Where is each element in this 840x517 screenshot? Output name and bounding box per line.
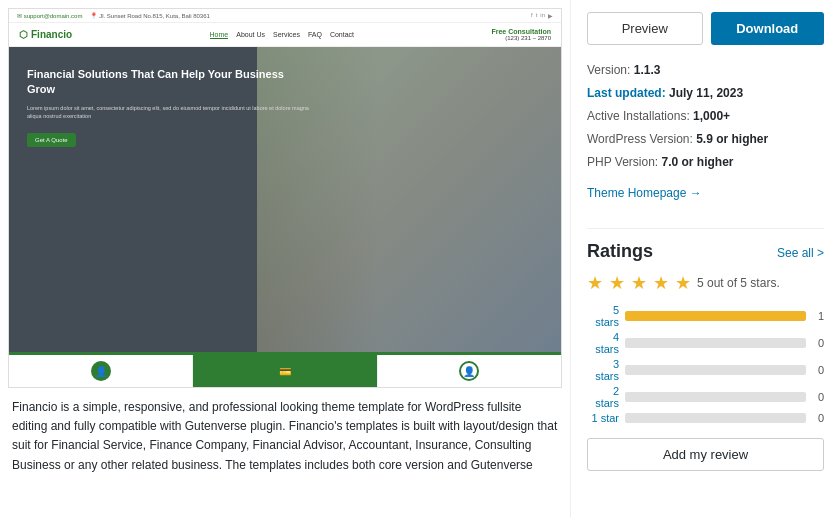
rating-bars: 5 stars14 stars03 stars02 stars01 star0 <box>587 304 824 424</box>
download-button[interactable]: Download <box>711 12 825 45</box>
theme-description: Financio is a simple, responsive, and pr… <box>8 388 562 481</box>
fake-hero-content: Financial Solutions That Can Help Your B… <box>27 67 311 147</box>
fake-address: 📍 Jl. Sunset Road No.815, Kuta, Bali 803… <box>90 12 209 19</box>
rating-bar-count-4: 0 <box>812 412 824 424</box>
star-count-text: 5 out of 5 stars. <box>697 276 780 290</box>
theme-homepage-link[interactable]: Theme Homepage → <box>587 186 702 200</box>
fake-website: ✉ support@domain.com 📍 Jl. Sunset Road N… <box>9 9 561 387</box>
rating-bar-label-2: 3 stars <box>587 358 619 382</box>
rating-bar-bg-4 <box>625 413 806 423</box>
meta-php-version: PHP Version: 7.0 or higher <box>587 153 824 171</box>
rating-bar-row-0: 5 stars1 <box>587 304 824 328</box>
star-5: ★ <box>675 272 691 294</box>
rating-bar-label-3: 2 stars <box>587 385 619 409</box>
php-version-value: 7.0 or higher <box>662 155 734 169</box>
rating-bar-label-0: 5 stars <box>587 304 619 328</box>
facebook-icon: f <box>531 12 533 19</box>
fake-hero: Financial Solutions That Can Help Your B… <box>9 47 561 352</box>
instagram-icon: in <box>540 12 545 19</box>
rating-bar-count-2: 0 <box>812 364 824 376</box>
rating-bar-label-4: 1 star <box>587 412 619 424</box>
fake-hero-text: Lorem ipsum dolor sit amet, consectetur … <box>27 104 311 121</box>
star-3: ★ <box>631 272 647 294</box>
meta-active-installations: Active Installations: 1,000+ <box>587 107 824 125</box>
last-updated-value: July 11, 2023 <box>669 86 743 100</box>
star-4: ★ <box>653 272 669 294</box>
action-buttons: Preview Download <box>587 12 824 45</box>
meta-table: Version: 1.1.3 Last updated: July 11, 20… <box>587 61 824 171</box>
meta-last-updated: Last updated: July 11, 2023 <box>587 84 824 102</box>
version-value: 1.1.3 <box>634 63 661 77</box>
divider <box>587 228 824 229</box>
wordpress-version-value: 5.9 or higher <box>696 132 768 146</box>
fake-card-3: 👤 <box>378 355 561 387</box>
twitter-icon: t <box>536 12 538 19</box>
nav-services: Services <box>273 31 300 39</box>
nav-faq: FAQ <box>308 31 322 39</box>
nav-home: Home <box>210 31 229 39</box>
star-1: ★ <box>587 272 603 294</box>
nav-contact: Contact <box>330 31 354 39</box>
fake-nav-links: Home About Us Services FAQ Contact <box>210 31 354 39</box>
rating-bar-row-4: 1 star0 <box>587 412 824 424</box>
rating-bar-label-1: 4 stars <box>587 331 619 355</box>
rating-bar-row-3: 2 stars0 <box>587 385 824 409</box>
card-icon-2: 💳 <box>275 361 295 381</box>
left-panel: ✉ support@domain.com 📍 Jl. Sunset Road N… <box>0 0 570 517</box>
fake-cards: 👤 💳 👤 <box>9 352 561 387</box>
rating-bar-row-2: 3 stars0 <box>587 358 824 382</box>
ratings-header: Ratings See all > <box>587 241 824 262</box>
rating-bar-count-3: 0 <box>812 391 824 403</box>
stars-row: ★ ★ ★ ★ ★ 5 out of 5 stars. <box>587 272 824 294</box>
add-review-button[interactable]: Add my review <box>587 438 824 471</box>
logo-icon: ⬡ <box>19 29 28 40</box>
fake-card-1: 👤 <box>9 355 193 387</box>
meta-version: Version: 1.1.3 <box>587 61 824 79</box>
rating-bar-count-1: 0 <box>812 337 824 349</box>
fake-topbar: ✉ support@domain.com 📍 Jl. Sunset Road N… <box>9 9 561 23</box>
fake-email: ✉ support@domain.com <box>17 12 82 19</box>
nav-about: About Us <box>236 31 265 39</box>
meta-wordpress-version: WordPress Version: 5.9 or higher <box>587 130 824 148</box>
description-text: Financio is a simple, responsive, and pr… <box>12 400 557 472</box>
fake-consultation: Free Consultation (123) 231 – 2870 <box>491 28 551 41</box>
fake-nav: ⬡ Financio Home About Us Services FAQ Co… <box>9 23 561 47</box>
fake-hero-heading: Financial Solutions That Can Help Your B… <box>27 67 311 98</box>
rating-bar-bg-3 <box>625 392 806 402</box>
rating-bar-count-0: 1 <box>812 310 824 322</box>
theme-preview: ✉ support@domain.com 📍 Jl. Sunset Road N… <box>8 8 562 388</box>
rating-bar-bg-2 <box>625 365 806 375</box>
active-installations-value: 1,000+ <box>693 109 730 123</box>
rating-bar-fill-0 <box>625 311 806 321</box>
rating-bar-bg-1 <box>625 338 806 348</box>
youtube-icon: ▶ <box>548 12 553 19</box>
fake-logo: ⬡ Financio <box>19 29 72 40</box>
card-icon-1: 👤 <box>91 361 111 381</box>
fake-card-2: 💳 <box>193 355 377 387</box>
see-all-link[interactable]: See all > <box>777 246 824 260</box>
right-panel: Preview Download Version: 1.1.3 Last upd… <box>570 0 840 517</box>
preview-button[interactable]: Preview <box>587 12 703 45</box>
rating-bar-row-1: 4 stars0 <box>587 331 824 355</box>
rating-bar-bg-0 <box>625 311 806 321</box>
star-2: ★ <box>609 272 625 294</box>
ratings-title: Ratings <box>587 241 653 262</box>
fake-cta-button[interactable]: Get A Quote <box>27 133 76 147</box>
card-icon-3: 👤 <box>459 361 479 381</box>
